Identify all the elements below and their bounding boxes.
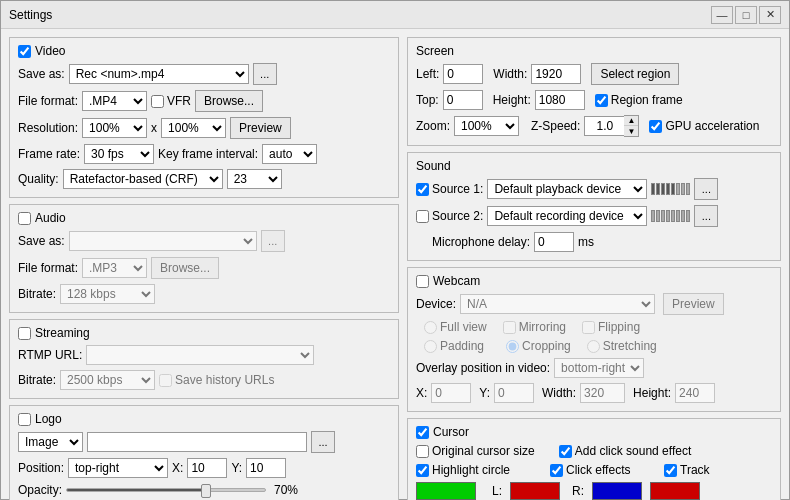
saveas-more-btn[interactable]: ... — [253, 63, 277, 85]
click-sound-checkbox[interactable] — [559, 445, 572, 458]
original-size-checkbox[interactable] — [416, 445, 429, 458]
device-select[interactable]: N/A — [460, 294, 655, 314]
audio-checkbox[interactable] — [18, 212, 31, 225]
framerate-label: Frame rate: — [18, 147, 80, 161]
logo-section: Logo Image ... Position: top-right X: — [9, 405, 399, 500]
cursor-title: Cursor — [433, 425, 469, 439]
width-input[interactable] — [531, 64, 581, 84]
right-click-color-box[interactable] — [592, 482, 642, 500]
webcam-preview-btn[interactable]: Preview — [663, 293, 724, 315]
main-content: Video Save as: Rec <num>.mp4 ... File fo… — [1, 29, 789, 500]
right-color-label: R: — [572, 484, 584, 498]
logo-y-input[interactable] — [246, 458, 286, 478]
audio-saveas-select[interactable] — [69, 231, 257, 251]
zspeed-input[interactable] — [584, 116, 624, 136]
webcam-checkbox[interactable] — [416, 275, 429, 288]
top-label: Top: — [416, 93, 439, 107]
highlight-label: Highlight circle — [416, 463, 526, 477]
close-button[interactable]: ✕ — [759, 6, 781, 24]
audio-title: Audio — [35, 211, 66, 225]
padding-label: Padding — [424, 339, 484, 353]
screen-title: Screen — [416, 44, 454, 58]
audio-format-select[interactable]: .MP3 — [82, 258, 147, 278]
zspeed-down-btn[interactable]: ▼ — [624, 126, 638, 136]
source2-checkbox[interactable] — [416, 210, 429, 223]
video-header: Video — [18, 44, 390, 58]
height-input[interactable] — [535, 90, 585, 110]
zoom-select[interactable]: 100% — [454, 116, 519, 136]
wc-width-input[interactable] — [580, 383, 625, 403]
wc-y-input[interactable] — [494, 383, 534, 403]
preview-btn[interactable]: Preview — [230, 117, 291, 139]
logo-title: Logo — [35, 412, 62, 426]
quality-value-select[interactable]: 23 — [227, 169, 282, 189]
save-history-checkbox[interactable] — [159, 374, 172, 387]
gpu-checkbox[interactable] — [649, 120, 662, 133]
logo-position-select[interactable]: top-right — [68, 458, 168, 478]
saveas-select[interactable]: Rec <num>.mp4 — [69, 64, 249, 84]
audio-bitrate-select[interactable]: 128 kbps — [60, 284, 155, 304]
maximize-button[interactable]: □ — [735, 6, 757, 24]
mirroring-checkbox[interactable] — [503, 321, 516, 334]
video-checkbox[interactable] — [18, 45, 31, 58]
title-bar-controls: — □ ✕ — [711, 6, 781, 24]
left-input[interactable] — [443, 64, 483, 84]
top-input[interactable] — [443, 90, 483, 110]
resolution-label: Resolution: — [18, 121, 78, 135]
streaming-rtmp-row: RTMP URL: — [18, 345, 390, 365]
vfr-checkbox[interactable] — [151, 95, 164, 108]
source1-more-btn[interactable]: ... — [694, 178, 718, 200]
source2-select[interactable]: Default recording device — [487, 206, 647, 226]
logo-path-input[interactable] — [87, 432, 307, 452]
track-checkbox[interactable] — [664, 464, 677, 477]
logo-x-input[interactable] — [187, 458, 227, 478]
quality-mode-select[interactable]: Ratefactor-based (CRF) — [63, 169, 223, 189]
cursor-checkbox[interactable] — [416, 426, 429, 439]
streaming-bitrate-select[interactable]: 2500 kbps — [60, 370, 155, 390]
source1-label: Source 1: — [416, 182, 483, 196]
padding-radio[interactable] — [424, 340, 437, 353]
wc-x-input[interactable] — [431, 383, 471, 403]
zspeed-label: Z-Speed: — [531, 119, 580, 133]
logo-type-select[interactable]: Image — [18, 432, 83, 452]
left-click-color-box[interactable] — [510, 482, 560, 500]
source1-select[interactable]: Default playback device — [487, 179, 647, 199]
browse-btn[interactable]: Browse... — [195, 90, 263, 112]
opacity-slider[interactable] — [66, 488, 266, 492]
cropping-radio[interactable] — [506, 340, 519, 353]
highlight-checkbox[interactable] — [416, 464, 429, 477]
window-title: Settings — [9, 8, 52, 22]
logo-checkbox[interactable] — [18, 413, 31, 426]
mic-delay-input[interactable] — [534, 232, 574, 252]
mic-delay-label: Microphone delay: — [432, 235, 530, 249]
overlay-select[interactable]: bottom-right — [554, 358, 644, 378]
fullview-radio[interactable] — [424, 321, 437, 334]
source1-checkbox[interactable] — [416, 183, 429, 196]
source2-more-btn[interactable]: ... — [694, 205, 718, 227]
fileformat-select[interactable]: .MP4 — [82, 91, 147, 111]
streaming-bitrate-row: Bitrate: 2500 kbps Save history URLs — [18, 370, 390, 390]
res-x-select[interactable]: 100% — [82, 118, 147, 138]
logo-more-btn[interactable]: ... — [311, 431, 335, 453]
streaming-checkbox[interactable] — [18, 327, 31, 340]
zspeed-up-btn[interactable]: ▲ — [624, 116, 638, 126]
zoom-label: Zoom: — [416, 119, 450, 133]
select-region-btn[interactable]: Select region — [591, 63, 679, 85]
highlight-color-box[interactable] — [416, 482, 476, 500]
res-y-select[interactable]: 100% — [161, 118, 226, 138]
streaming-section: Streaming RTMP URL: Bitrate: 2500 kbps — [9, 319, 399, 399]
rtmp-select[interactable] — [86, 345, 314, 365]
stretching-radio[interactable] — [587, 340, 600, 353]
flipping-checkbox[interactable] — [582, 321, 595, 334]
keyframe-select[interactable]: auto — [262, 144, 317, 164]
wc-height-label: Height: — [633, 386, 671, 400]
audio-more-btn[interactable]: ... — [261, 230, 285, 252]
wc-width-label: Width: — [542, 386, 576, 400]
wc-height-input[interactable] — [675, 383, 715, 403]
track-color-box[interactable] — [650, 482, 700, 500]
click-effects-checkbox[interactable] — [550, 464, 563, 477]
framerate-select[interactable]: 30 fps — [84, 144, 154, 164]
minimize-button[interactable]: — — [711, 6, 733, 24]
region-frame-checkbox[interactable] — [595, 94, 608, 107]
audio-browse-btn[interactable]: Browse... — [151, 257, 219, 279]
